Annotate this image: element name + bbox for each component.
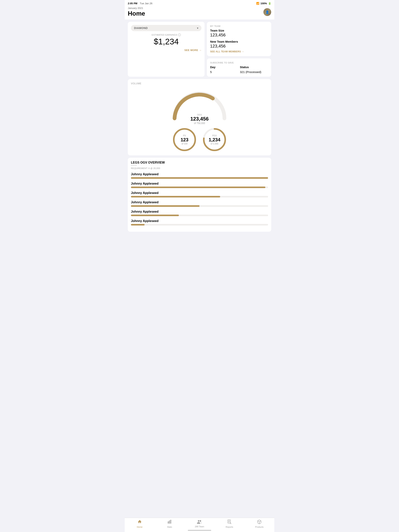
pv-label: PV bbox=[180, 134, 188, 137]
chevron-down-icon: ▾ bbox=[197, 26, 198, 30]
leg-item[interactable]: Johnny Appleseed bbox=[131, 172, 268, 179]
legs-list: Johnny Appleseed Johnny Appleseed Johnny… bbox=[131, 172, 268, 226]
progress-track bbox=[131, 177, 268, 179]
my-team-card: MY TEAM Team Size 123,456 New Team Membe… bbox=[207, 22, 271, 56]
page-title: Home bbox=[128, 10, 145, 17]
leg-name: Johnny Appleseed bbox=[131, 210, 268, 213]
bottom-nav: Home Stats 288 Team Reports Products bbox=[125, 518, 274, 532]
nav-home[interactable]: Home bbox=[125, 519, 155, 528]
legs-title: LEGS OGV OVERVIEW bbox=[131, 161, 268, 164]
nav-stats[interactable]: Stats bbox=[155, 519, 185, 528]
subscribe-label: SUBSCRIBE TO SAVE bbox=[210, 62, 268, 64]
pgv-label: PGV bbox=[209, 134, 220, 137]
right-column: MY TEAM Team Size 123,456 New Team Membe… bbox=[207, 22, 271, 77]
gauge-container: OGV 123,456 of 750,000 bbox=[168, 87, 231, 125]
nav-products[interactable]: Products bbox=[244, 519, 274, 528]
progress-fill bbox=[131, 215, 179, 216]
subscribe-card: SUBSCRIBE TO SAVE Day Status 5 321 (Proc… bbox=[207, 58, 271, 77]
day-header: Day bbox=[210, 65, 238, 69]
battery-text: 100% bbox=[260, 2, 267, 5]
new-members-label: New Team Members bbox=[210, 40, 268, 43]
legs-requirement: REQUIREMENT: 6 @ 20,000 bbox=[131, 167, 268, 169]
pv-value: 123 bbox=[180, 137, 188, 143]
leg-name: Johnny Appleseed bbox=[131, 182, 268, 185]
progress-fill bbox=[131, 224, 145, 226]
leg-name: Johnny Appleseed bbox=[131, 219, 268, 223]
leg-item[interactable]: Johnny Appleseed bbox=[131, 191, 268, 197]
pgv-sub: of 1,000 bbox=[209, 143, 220, 145]
home-indicator bbox=[188, 530, 211, 531]
svg-rect-5 bbox=[169, 521, 170, 523]
earnings-card: DIAMOND ▾ ESTIMATED EARNINGS i $1,234 SE… bbox=[128, 22, 205, 77]
status-time: 2:05 PM bbox=[128, 2, 137, 5]
pv-sub: of 100 bbox=[180, 143, 188, 145]
volume-label: VOLUME bbox=[131, 82, 268, 85]
rank-label: DIAMOND bbox=[134, 26, 148, 30]
info-icon[interactable]: i bbox=[178, 33, 181, 36]
nav-home-label: Home bbox=[137, 526, 142, 528]
circles-row: PV 123 of 100 PGV 1,234 of 1,000 bbox=[131, 127, 268, 152]
progress-fill bbox=[131, 177, 268, 179]
status-time-date: 2:05 PM Tue Jan 26 bbox=[128, 1, 152, 5]
see-all-team-link[interactable]: SEE ALL TEAM MEMBERS → bbox=[210, 50, 268, 53]
progress-track bbox=[131, 196, 268, 197]
pv-circle: PV 123 of 100 bbox=[172, 127, 197, 152]
avatar-image: 👤 bbox=[264, 8, 271, 16]
svg-point-7 bbox=[198, 520, 199, 522]
status-header: Status bbox=[240, 65, 268, 69]
arrow-right-icon: → bbox=[199, 49, 201, 52]
leg-item[interactable]: Johnny Appleseed bbox=[131, 201, 268, 207]
progress-track bbox=[131, 215, 268, 216]
rank-selector[interactable]: DIAMOND ▾ bbox=[131, 25, 201, 31]
arrow-right-icon: → bbox=[242, 50, 244, 53]
progress-track bbox=[131, 224, 268, 226]
page-header: January 2021 Home 👤 bbox=[125, 6, 274, 19]
earnings-value: $1,234 bbox=[131, 37, 201, 46]
nav-team[interactable]: 288 Team bbox=[185, 519, 214, 528]
wifi-icon: 📶 bbox=[256, 2, 259, 5]
pv-content: PV 123 of 100 bbox=[180, 134, 188, 145]
home-icon bbox=[138, 519, 142, 525]
avatar[interactable]: 👤 bbox=[264, 8, 271, 16]
main-content: DIAMOND ▾ ESTIMATED EARNINGS i $1,234 SE… bbox=[125, 19, 274, 247]
svg-point-8 bbox=[200, 520, 201, 522]
nav-products-label: Products bbox=[255, 526, 264, 528]
leg-name: Johnny Appleseed bbox=[131, 191, 268, 195]
my-team-label: MY TEAM bbox=[210, 25, 268, 27]
team-size-value: 123,456 bbox=[210, 32, 268, 38]
leg-item[interactable]: Johnny Appleseed bbox=[131, 182, 268, 188]
day-value: 5 bbox=[210, 70, 238, 74]
nav-reports-label: Reports bbox=[225, 526, 233, 528]
team-icon bbox=[197, 519, 202, 525]
legs-section: LEGS OGV OVERVIEW REQUIREMENT: 6 @ 20,00… bbox=[128, 158, 271, 232]
products-icon bbox=[257, 519, 262, 525]
see-more-link[interactable]: SEE MORE → bbox=[131, 49, 201, 52]
header-date: January 2021 bbox=[128, 7, 145, 10]
pgv-circle: PGV 1,234 of 1,000 bbox=[202, 127, 227, 152]
svg-rect-6 bbox=[170, 520, 171, 523]
top-cards-row: DIAMOND ▾ ESTIMATED EARNINGS i $1,234 SE… bbox=[128, 22, 271, 77]
reports-icon bbox=[228, 519, 232, 525]
legs-divider bbox=[131, 165, 137, 165]
battery-icon: 🔋 bbox=[268, 2, 271, 5]
progress-fill bbox=[131, 187, 265, 188]
volume-card: VOLUME OGV 123,456 of 750,000 bbox=[128, 79, 271, 155]
status-value: 321 (Processed) bbox=[240, 70, 268, 74]
pgv-value: 1,234 bbox=[209, 137, 220, 143]
team-size-label: Team Size bbox=[210, 29, 268, 32]
status-date: Tue Jan 26 bbox=[140, 2, 153, 5]
pgv-content: PGV 1,234 of 1,000 bbox=[209, 134, 220, 145]
stats-icon bbox=[167, 519, 172, 525]
svg-rect-4 bbox=[168, 522, 169, 523]
progress-fill bbox=[131, 205, 200, 207]
subscribe-grid: Day Status 5 321 (Processed) bbox=[210, 65, 268, 74]
new-members-value: 123,456 bbox=[210, 44, 268, 49]
status-indicators: 📶 100% 🔋 bbox=[256, 2, 271, 5]
leg-item[interactable]: Johnny Appleseed bbox=[131, 210, 268, 216]
leg-name: Johnny Appleseed bbox=[131, 201, 268, 204]
nav-reports[interactable]: Reports bbox=[214, 519, 245, 528]
status-bar: 2:05 PM Tue Jan 26 📶 100% 🔋 bbox=[125, 0, 274, 6]
leg-item[interactable]: Johnny Appleseed bbox=[131, 219, 268, 226]
progress-track bbox=[131, 205, 268, 207]
leg-name: Johnny Appleseed bbox=[131, 172, 268, 176]
